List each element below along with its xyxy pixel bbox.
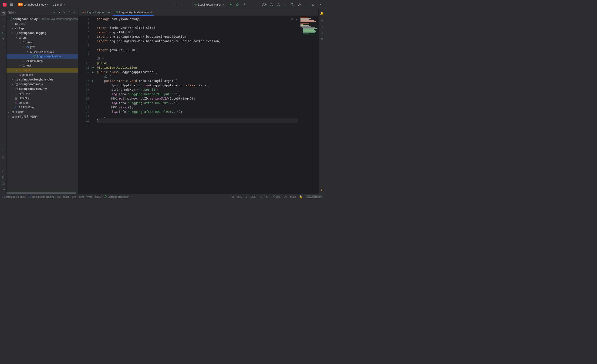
- panel-options-icon[interactable]: ⋮: [67, 10, 71, 15]
- gutter-icons: ⟳▶▶: [91, 16, 95, 194]
- lock-icon[interactable]: 🔒: [299, 195, 302, 198]
- nav-back-icon[interactable]: ←: [173, 2, 178, 8]
- status-branch[interactable]: main: [290, 195, 296, 198]
- inspection-widget[interactable]: 👁 ✓: [291, 17, 298, 22]
- deploy-icon[interactable]: [275, 2, 281, 8]
- tree-item[interactable]: ▸▢springboot3-redis: [7, 82, 78, 86]
- app-icon[interactable]: [2, 2, 8, 8]
- terminal-tool-icon[interactable]: ⌶: [1, 162, 6, 167]
- close-icon[interactable]: ✕: [317, 2, 323, 8]
- debug-button[interactable]: [235, 2, 240, 8]
- module-icon: ▢: [15, 83, 18, 86]
- tree-item[interactable]: ▸▢springboot3-mybatis-plus: [7, 77, 78, 82]
- pull-requests-icon[interactable]: ⇅: [1, 37, 6, 42]
- nav-forward-icon[interactable]: →: [180, 2, 185, 8]
- usage-icon[interactable]: ⟳: [91, 65, 95, 70]
- tree-item[interactable]: ▾🗀main: [7, 40, 78, 45]
- assistant-icon[interactable]: ⚡: [319, 187, 324, 193]
- status-memory[interactable]: 2602/8192M: [306, 195, 322, 198]
- vcs-branch-selector[interactable]: ⎇ main ▾: [51, 2, 67, 7]
- hide-panel-icon[interactable]: ─: [72, 10, 76, 15]
- tree-item[interactable]: ▸🗀test: [7, 63, 78, 68]
- commit-tool-icon[interactable]: ⊸: [1, 17, 6, 22]
- tree-item[interactable]: ▸🗀.idea: [7, 21, 78, 26]
- tree-item[interactable]: ▾🗀com.yiyan.study: [7, 49, 78, 54]
- editor-tab[interactable]: </> logback-spring.xml: [79, 9, 113, 15]
- horizontal-scrollbar[interactable]: [7, 192, 78, 194]
- run-gutter-icon[interactable]: ▶: [91, 70, 95, 74]
- project-selector[interactable]: SS springboot3-study ▾: [16, 2, 50, 7]
- more-actions-icon[interactable]: ⋮: [242, 2, 247, 8]
- tree-item-selected[interactable]: ⒸLoggingApplication: [7, 54, 78, 59]
- status-bar: ▢ springboot3-study› ▢ springboot3-loggi…: [0, 194, 325, 199]
- status-linesep[interactable]: CRLF: [251, 195, 257, 198]
- tree-item[interactable]: ▤LICENSE: [7, 96, 78, 101]
- run-config-selector[interactable]: ⟳ LoggingApplication ▾: [192, 2, 226, 8]
- project-tree[interactable]: ▾ ▢ springboot3-study D:\Code\MyGithub\s…: [7, 16, 78, 192]
- tree-item[interactable]: mpom.xml: [7, 101, 78, 105]
- bookmarks-tool-icon[interactable]: ⚐: [1, 30, 6, 35]
- tree-root[interactable]: ▾ ▢ springboot3-study D:\Code\MyGithub\s…: [7, 17, 78, 21]
- run-gutter-icon[interactable]: ▶: [91, 79, 95, 83]
- collapse-icon[interactable]: { }: [319, 30, 324, 35]
- tree-item[interactable]: ▾🗀src: [7, 35, 78, 40]
- editor-tab-active[interactable]: Ⓒ LoggingApplication.java ✕: [113, 9, 154, 15]
- project-tool-icon[interactable]: [1, 11, 6, 16]
- vcs-tool-icon[interactable]: ⎇: [1, 187, 6, 193]
- code-with-me-icon[interactable]: [269, 2, 274, 8]
- problems-tool-icon[interactable]: ⊞: [1, 174, 6, 179]
- translate-icon[interactable]: 文A: [262, 2, 267, 8]
- module-icon: ▢: [15, 87, 18, 91]
- vcs-status-icon[interactable]: ⎇: [284, 195, 287, 198]
- settings-icon[interactable]: [297, 2, 302, 8]
- run-tool-icon[interactable]: ▷: [1, 168, 6, 173]
- tree-item[interactable]: ▸🗀target: [7, 68, 78, 73]
- code-body[interactable]: package com.yiyan.study; import lombok.e…: [95, 16, 300, 194]
- class-icon: Ⓒ: [115, 10, 118, 14]
- status-encoding[interactable]: UTF-8: [260, 195, 268, 198]
- minimize-icon[interactable]: ─: [304, 2, 309, 8]
- tree-item[interactable]: mpom.xml: [7, 73, 78, 77]
- folder-icon: 🗀: [22, 64, 26, 67]
- expand-all-icon[interactable]: ⟳: [57, 10, 61, 15]
- run-button[interactable]: [228, 2, 233, 8]
- status-caret[interactable]: 22:2: [237, 195, 242, 198]
- collapse-all-icon[interactable]: ✕: [62, 10, 66, 15]
- tree-item[interactable]: M↓README.md: [7, 105, 78, 110]
- notifications-icon[interactable]: 🔔: [319, 11, 324, 16]
- tree-item[interactable]: ▸▢springboot3-security: [7, 86, 78, 91]
- database-tool-icon[interactable]: ⊟: [319, 17, 324, 22]
- status-widget-icon[interactable]: ⊞: [232, 195, 234, 198]
- class-icon: Ⓒ: [33, 54, 36, 58]
- breadcrumb[interactable]: ▢ springboot3-study› ▢ springboot3-loggi…: [1, 195, 129, 198]
- status-widget-icon[interactable]: ⟁: [245, 195, 247, 198]
- code-editor[interactable]: 👁 ✓ 123456789101112131415161718192021222…: [79, 16, 318, 194]
- tree-item[interactable]: ⊘.gitignore: [7, 91, 78, 96]
- tree-item[interactable]: ▸🗀logs: [7, 26, 78, 31]
- panel-title: 项目: [8, 10, 14, 15]
- tree-item[interactable]: ▸⊞外部库: [7, 110, 78, 115]
- tree-item[interactable]: ▸⊟临时文件和控制台: [7, 115, 78, 119]
- tree-item[interactable]: ▾🗀java: [7, 45, 78, 49]
- todo-tool-icon[interactable]: ⓘ: [1, 181, 6, 186]
- tree-item[interactable]: ▸🗀resources: [7, 59, 78, 63]
- status-indent[interactable]: 4 个空格: [271, 195, 281, 198]
- close-tab-icon[interactable]: ✕: [150, 11, 152, 14]
- maven-tool-icon[interactable]: m: [319, 24, 324, 29]
- reader-mode-icon[interactable]: 👁: [291, 17, 294, 22]
- editor-tabs: </> logback-spring.xml Ⓒ LoggingApplicat…: [79, 9, 318, 16]
- structure-tool-icon[interactable]: [1, 24, 6, 29]
- code-minimap[interactable]: [300, 16, 318, 194]
- more-tools-icon[interactable]: ⋯: [1, 43, 6, 48]
- chevron-down-icon[interactable]: ▾: [15, 11, 16, 14]
- build-tool-icon[interactable]: T: [1, 148, 6, 154]
- search-icon[interactable]: [290, 2, 295, 8]
- updates-icon[interactable]: [283, 2, 288, 8]
- maximize-icon[interactable]: □: [310, 2, 316, 8]
- services-tool-icon[interactable]: ⬡: [1, 155, 6, 160]
- tree-item[interactable]: ▾▢springboot3-logging: [7, 31, 78, 35]
- tab-list-icon[interactable]: ⋮: [314, 11, 316, 14]
- ai-tool-icon[interactable]: ⊞: [319, 37, 324, 42]
- select-opened-file-icon[interactable]: ⊚: [52, 10, 56, 15]
- main-menu-icon[interactable]: [9, 2, 15, 8]
